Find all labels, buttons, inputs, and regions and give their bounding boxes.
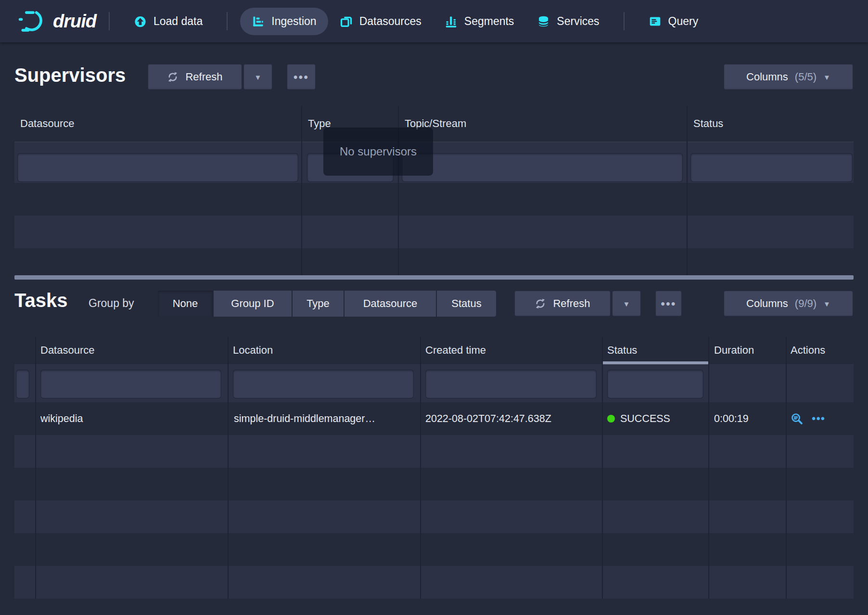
brand[interactable]: druid [17,10,96,33]
tasks-header-datasource[interactable]: Datasource [40,344,95,357]
nav-label: Ingestion [271,15,316,28]
task-status-text: SUCCESS [620,402,670,435]
supervisors-header-status[interactable]: Status [693,117,723,130]
refresh-label: Refresh [185,71,222,83]
group-by-group-id-button[interactable]: Group ID [213,291,292,317]
supervisors-empty-row [14,216,854,248]
empty-task-row [14,500,854,533]
group-by-datasource-button[interactable]: Datasource [344,291,436,317]
task-datasource-cell[interactable]: wikipedia [40,402,219,435]
columns-count: (5/5) [795,71,817,83]
top-navbar: druid Load data Ingestion [0,0,868,42]
tasks-columns-button[interactable]: Columns (9/9) ▼ [724,291,853,317]
tasks-created-time-filter-input[interactable] [425,370,597,398]
more-icon: ••• [294,64,309,90]
nav-item-query[interactable]: Query [637,8,710,35]
columns-label: Columns [746,297,788,310]
refresh-label: Refresh [553,297,590,310]
group-by-none-button[interactable]: None [158,291,213,317]
task-actions-more-icon[interactable]: ••• [812,402,825,435]
chevron-down-icon: ▼ [823,74,830,81]
tasks-more-button[interactable]: ••• [655,291,682,317]
nav-divider [227,12,228,30]
task-location-cell[interactable]: simple-druid-middlemanager… [234,402,413,435]
supervisors-column-divider [301,106,302,276]
tasks-column-divider [228,337,229,599]
supervisors-more-button[interactable]: ••• [287,64,316,90]
chevron-down-icon: ▼ [623,300,630,308]
brand-wordmark: druid [53,11,96,32]
supervisors-column-divider [687,106,688,276]
empty-task-row [14,566,854,599]
supervisors-horizontal-scrollbar[interactable] [14,275,854,280]
tasks-refresh-caret-button[interactable]: ▼ [612,291,641,317]
columns-label: Columns [746,71,788,83]
nav-item-ingestion[interactable]: Ingestion [240,8,328,35]
group-by-status-button[interactable]: Status [436,291,496,317]
refresh-icon [167,71,179,83]
task-actions-cell: ••• [791,402,851,435]
datasources-icon [340,15,353,28]
tasks-datasource-filter-input[interactable] [40,370,221,398]
empty-task-row [14,435,854,468]
nav-item-segments[interactable]: Segments [433,8,526,35]
supervisors-header-datasource[interactable]: Datasource [20,117,75,130]
supervisors-refresh-button[interactable]: Refresh [148,64,242,90]
tasks-header-duration[interactable]: Duration [714,344,754,357]
upload-icon [134,15,147,28]
no-supervisors-overlay: No supervisors [323,128,433,176]
nav-item-services[interactable]: Services [525,8,611,35]
services-icon [537,15,550,28]
nav-label: Query [668,15,699,28]
tasks-hidden-column-filter-input[interactable] [16,370,29,398]
chevron-down-icon: ▼ [255,74,262,81]
supervisors-topic-filter-input[interactable] [402,153,683,182]
chevron-down-icon: ▼ [823,300,830,308]
more-icon: ••• [661,291,676,317]
tasks-location-filter-input[interactable] [233,370,414,398]
segments-icon [445,15,458,28]
supervisors-datasource-filter-input[interactable] [17,153,298,182]
nav-label: Segments [464,15,514,28]
tasks-header-actions[interactable]: Actions [791,344,825,357]
nav-divider [624,12,625,30]
tasks-column-divider [602,337,603,599]
ingestion-icon [252,15,265,28]
task-status-cell[interactable]: SUCCESS [607,402,703,435]
group-by-label: Group by [89,297,134,310]
tasks-header-location[interactable]: Location [233,344,273,357]
columns-count: (9/9) [795,297,817,310]
query-icon [649,15,662,28]
no-supervisors-message: No supervisors [340,145,417,158]
tasks-header-created-time[interactable]: Created time [425,344,486,357]
group-by-segmented-control: None Group ID Type Datasource Status [158,291,496,317]
refresh-icon [535,298,546,309]
nav-divider [109,12,110,30]
tasks-column-divider [35,337,36,599]
task-duration-cell: 0:00:19 [714,402,781,435]
tasks-refresh-button[interactable]: Refresh [514,291,611,317]
tasks-column-divider [420,337,421,599]
tasks-status-filter-input[interactable] [607,370,703,398]
supervisors-status-filter-input[interactable] [690,153,853,182]
tasks-header-status[interactable]: Status [607,344,637,357]
nav-label: Load data [153,15,203,28]
success-status-dot-icon [607,415,615,423]
task-created-time-cell: 2022-08-02T07:42:47.638Z [425,402,595,435]
druid-logo-icon [17,10,49,33]
druid-console: druid Load data Ingestion [0,0,868,615]
nav-label: Datasources [359,15,421,28]
nav-item-load-data[interactable]: Load data [122,8,214,35]
supervisors-refresh-caret-button[interactable]: ▼ [243,64,272,90]
nav-item-datasources[interactable]: Datasources [328,8,433,35]
task-detail-magnifier-icon[interactable] [791,412,804,425]
supervisors-title: Supervisors [14,64,126,86]
tasks-title: Tasks [14,290,67,311]
nav-label: Services [557,15,599,28]
supervisors-columns-button[interactable]: Columns (5/5) ▼ [724,64,853,90]
tasks-column-divider [708,337,709,599]
tasks-column-divider [786,337,787,599]
group-by-type-button[interactable]: Type [292,291,344,317]
